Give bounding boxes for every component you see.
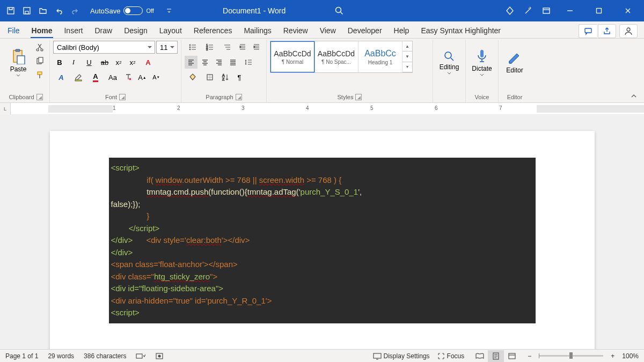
- superscript-button[interactable]: x2: [126, 56, 139, 69]
- status-chars[interactable]: 386 characters: [84, 352, 126, 360]
- collapse-ribbon-icon[interactable]: [626, 40, 642, 102]
- paste-button[interactable]: Paste: [5, 41, 31, 84]
- dialog-launcher-icon[interactable]: [36, 94, 43, 100]
- qat-customize-icon[interactable]: [163, 4, 175, 17]
- status-spellcheck-icon[interactable]: [136, 352, 145, 360]
- shrink-font-button[interactable]: A▼: [150, 71, 163, 84]
- status-words[interactable]: 29 words: [48, 352, 74, 360]
- shading-button[interactable]: [185, 71, 201, 84]
- multilevel-list-button[interactable]: [219, 41, 235, 54]
- highlight-button[interactable]: [70, 71, 86, 84]
- zoom-in-button[interactable]: +: [611, 352, 614, 360]
- bold-button[interactable]: B: [53, 56, 66, 69]
- diamond-icon[interactable]: [503, 4, 516, 17]
- font-size-combo[interactable]: 11: [156, 41, 178, 54]
- text-effects-button[interactable]: A: [140, 56, 156, 69]
- status-macro-icon[interactable]: [155, 352, 164, 360]
- svg-rect-4: [543, 8, 550, 13]
- tab-home[interactable]: Home: [31, 23, 54, 38]
- qat-save-alt-icon[interactable]: [4, 4, 17, 17]
- text-fill-button[interactable]: A: [53, 71, 69, 84]
- search-icon[interactable]: [333, 4, 346, 17]
- wand-icon[interactable]: [522, 4, 535, 17]
- zoom-level[interactable]: 100%: [622, 352, 639, 360]
- focus-button[interactable]: Focus: [437, 352, 465, 360]
- underline-button[interactable]: U: [81, 56, 97, 69]
- increase-indent-button[interactable]: [250, 41, 263, 54]
- ribbon-mode-icon[interactable]: [540, 4, 553, 17]
- align-left-button[interactable]: [185, 56, 197, 69]
- align-center-button[interactable]: [199, 56, 211, 69]
- group-label: Paragraph: [206, 94, 233, 100]
- font-color-button[interactable]: A: [87, 71, 104, 84]
- style-normal[interactable]: AaBbCcDd¶ Normal: [270, 41, 314, 72]
- dialog-launcher-icon[interactable]: [355, 94, 362, 100]
- styles-down-icon[interactable]: ▼: [402, 51, 412, 62]
- justify-button[interactable]: [226, 56, 239, 69]
- close-button[interactable]: [616, 0, 640, 21]
- styles-up-icon[interactable]: ▲: [402, 41, 412, 51]
- group-label: Clipboard: [9, 94, 34, 100]
- maximize-button[interactable]: [587, 0, 611, 21]
- web-layout-icon[interactable]: [504, 350, 520, 362]
- tab-review[interactable]: Review: [282, 23, 309, 38]
- style-heading1[interactable]: AaBbCcHeading 1: [358, 41, 402, 72]
- tab-layout[interactable]: Layout: [158, 23, 183, 38]
- display-settings-button[interactable]: Display Settings: [373, 352, 430, 360]
- autosave-toggle[interactable]: AutoSave Off: [90, 6, 154, 15]
- account-button[interactable]: [619, 24, 638, 38]
- italic-button[interactable]: I: [67, 56, 80, 69]
- open-icon[interactable]: [36, 4, 49, 17]
- toggle-off-icon[interactable]: [123, 6, 143, 15]
- comments-button[interactable]: [579, 24, 597, 38]
- borders-button[interactable]: [202, 71, 218, 84]
- styles-more-icon[interactable]: ▾: [402, 62, 412, 72]
- subscript-button[interactable]: x2: [112, 56, 125, 69]
- tab-references[interactable]: References: [193, 23, 233, 38]
- tab-design[interactable]: Design: [123, 23, 149, 38]
- save-icon[interactable]: [20, 4, 33, 17]
- share-button[interactable]: [598, 24, 616, 38]
- grow-font-button[interactable]: A▲: [136, 71, 149, 84]
- cut-button[interactable]: [33, 41, 46, 54]
- tab-view[interactable]: View: [319, 23, 337, 38]
- show-hide-button[interactable]: ¶: [233, 71, 246, 84]
- minimize-button[interactable]: [558, 0, 582, 21]
- print-layout-icon[interactable]: [488, 350, 504, 362]
- style-no-spacing[interactable]: AaBbCcDd¶ No Spac...: [314, 41, 358, 72]
- line-spacing-button[interactable]: [240, 56, 257, 69]
- tab-developer[interactable]: Developer: [347, 23, 383, 38]
- strikethrough-button[interactable]: ab: [98, 56, 111, 69]
- editing-button[interactable]: Editing: [436, 41, 462, 84]
- bullets-button[interactable]: [185, 41, 201, 54]
- numbering-button[interactable]: 123: [202, 41, 218, 54]
- status-page[interactable]: Page 1 of 1: [5, 352, 38, 360]
- zoom-out-button[interactable]: −: [528, 352, 531, 360]
- tab-help[interactable]: Help: [393, 23, 411, 38]
- decrease-indent-button[interactable]: [236, 41, 249, 54]
- tab-draw[interactable]: Draw: [93, 23, 113, 38]
- redo-icon[interactable]: [69, 4, 82, 17]
- format-painter-button[interactable]: [33, 69, 46, 82]
- zoom-slider[interactable]: [539, 355, 603, 357]
- font-name-combo[interactable]: Calibri (Body): [53, 41, 155, 54]
- read-mode-icon[interactable]: [472, 350, 488, 362]
- sort-button[interactable]: AZ: [219, 71, 232, 84]
- copy-button[interactable]: [33, 55, 46, 68]
- tab-file[interactable]: File: [6, 23, 21, 38]
- tab-insert[interactable]: Insert: [63, 23, 84, 38]
- dictate-button[interactable]: Dictate: [469, 41, 495, 84]
- dialog-launcher-icon[interactable]: [119, 94, 126, 100]
- change-case-button[interactable]: Aa: [105, 71, 121, 84]
- dialog-launcher-icon[interactable]: [236, 94, 242, 100]
- align-right-button[interactable]: [213, 56, 225, 69]
- svg-text:A: A: [222, 73, 225, 77]
- tab-mailings[interactable]: Mailings: [243, 23, 272, 38]
- ruler-corner[interactable]: L: [0, 103, 11, 115]
- clear-formatting-button[interactable]: [122, 71, 135, 84]
- undo-icon[interactable]: [53, 4, 65, 17]
- editor-button[interactable]: Editor: [502, 41, 528, 84]
- tab-easy-syntax[interactable]: Easy Syntax Highlighter: [420, 23, 502, 38]
- page[interactable]: <script> if( window.outerWidth >= 768 ||…: [50, 131, 595, 349]
- svg-text:Z: Z: [222, 77, 225, 81]
